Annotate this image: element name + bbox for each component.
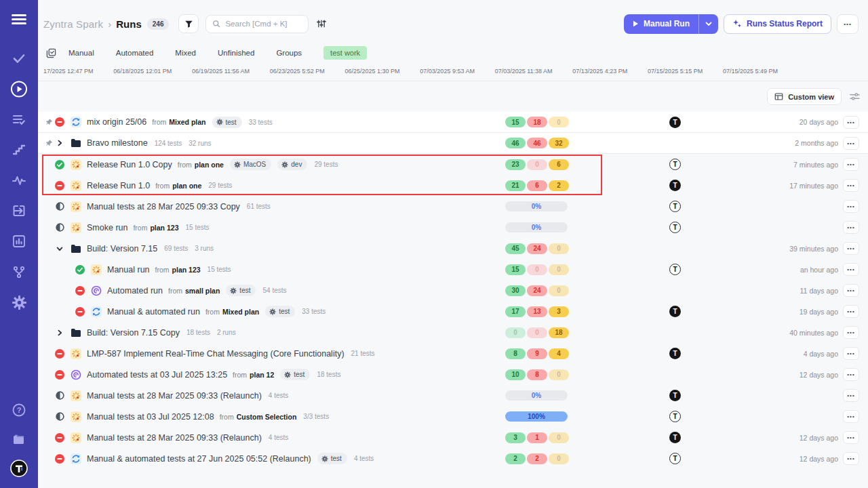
row-more-button[interactable]: ••• xyxy=(843,116,859,129)
row-more-button[interactable]: ••• xyxy=(843,137,859,150)
runs-play-icon-active[interactable] xyxy=(10,80,28,98)
pin-icon[interactable] xyxy=(43,119,54,126)
settings-gear-icon[interactable] xyxy=(10,293,28,311)
run-name[interactable]: Manual tests at 28 Mar 2025 09:33 (Relau… xyxy=(87,433,262,443)
run-row-left: Automated runfromsmall plantest54 tests xyxy=(43,285,287,296)
run-name[interactable]: Automated run xyxy=(107,286,163,296)
row-more-button[interactable]: ••• xyxy=(843,179,859,192)
row-more-button[interactable]: ••• xyxy=(843,326,859,339)
plan-name[interactable]: Mixed plan xyxy=(169,118,205,126)
run-row[interactable]: Automated runfromsmall plantest54 tests3… xyxy=(38,280,868,301)
filter-button[interactable] xyxy=(178,14,199,33)
branches-icon[interactable] xyxy=(10,263,28,281)
run-name[interactable]: Build: Version 7.15 Copy xyxy=(87,328,180,338)
steps-icon[interactable] xyxy=(10,141,28,159)
tab-manual[interactable]: Manual xyxy=(68,49,94,57)
tab-mixed[interactable]: Mixed xyxy=(175,49,196,57)
runs-status-report-button[interactable]: Runs Status Report xyxy=(724,14,831,34)
workspace-logo[interactable] xyxy=(10,460,28,477)
chevron-right-icon[interactable] xyxy=(54,329,65,336)
plan-name[interactable]: plan 123 xyxy=(172,266,201,274)
row-more-button[interactable]: ••• xyxy=(843,158,859,171)
tab-automated[interactable]: Automated xyxy=(116,49,154,57)
run-name[interactable]: Manual tests at 03 Jul 2025 12:08 xyxy=(87,412,214,422)
plan-name[interactable]: Mixed plan xyxy=(222,308,259,316)
plan-name[interactable]: Custom Selection xyxy=(237,413,297,421)
header-more-button[interactable]: ••• xyxy=(837,14,859,34)
row-more-button[interactable]: ••• xyxy=(843,242,859,255)
active-filter-tag[interactable]: test work xyxy=(323,46,367,60)
tab-unfinished[interactable]: Unfinished xyxy=(218,49,254,57)
tests-count: 33 tests xyxy=(302,308,326,315)
run-row[interactable]: Manual runfromplan 12315 tests1500Tan ho… xyxy=(38,259,868,280)
search-input[interactable] xyxy=(225,20,300,28)
run-name[interactable]: Manual tests at 28 Mar 2025 09:33 Copy xyxy=(87,202,240,211)
row-more-button[interactable]: ••• xyxy=(843,347,859,360)
run-row[interactable]: Manual & automated tests at 27 Jun 2025 … xyxy=(38,448,868,469)
run-name[interactable]: Smoke run xyxy=(87,223,127,232)
run-name[interactable]: Manual & automated tests at 27 Jun 2025 … xyxy=(87,454,311,464)
from-label: from xyxy=(205,308,220,316)
run-name[interactable]: Bravo milestone xyxy=(87,138,148,148)
activity-pulse-icon[interactable] xyxy=(10,171,28,189)
row-more-button[interactable]: ••• xyxy=(843,452,859,465)
run-name[interactable]: Manual tests at 28 Mar 2025 09:33 (Relau… xyxy=(87,391,262,401)
run-row[interactable]: Release Run 1.0 Copyfromplan oneMacOSdev… xyxy=(38,154,868,175)
plan-name[interactable]: plan 12 xyxy=(250,371,274,379)
plan-name[interactable]: plan 123 xyxy=(150,224,178,232)
row-more-button[interactable]: ••• xyxy=(843,305,859,318)
run-row[interactable]: Bravo milestone124 tests32 runs4646322 m… xyxy=(38,133,868,154)
run-row[interactable]: Manual tests at 28 Mar 2025 09:33 Copy61… xyxy=(38,196,868,217)
row-more-button[interactable]: ••• xyxy=(843,284,859,297)
run-name[interactable]: Build: Version 7.15 xyxy=(87,244,157,253)
plan-name[interactable]: plan one xyxy=(195,161,224,169)
custom-view-button[interactable]: Custom view xyxy=(767,88,842,105)
row-more-button[interactable]: ••• xyxy=(843,431,859,444)
run-name[interactable]: Automated tests at 03 Jul 2025 13:25 xyxy=(87,370,227,380)
run-row[interactable]: Build: Version 7.1569 tests3 runs4524039… xyxy=(38,238,868,259)
run-row[interactable]: Manual tests at 03 Jul 2025 12:08fromCus… xyxy=(38,406,868,427)
row-more-button[interactable]: ••• xyxy=(843,263,859,276)
run-row-left: Smoke runfromplan 12315 tests xyxy=(43,222,210,233)
plan-name[interactable]: small plan xyxy=(185,287,220,295)
analytics-chart-icon[interactable] xyxy=(10,232,28,250)
run-name[interactable]: Release Run 1.0 Copy xyxy=(87,160,172,169)
tab-groups[interactable]: Groups xyxy=(276,49,302,57)
hamburger-menu-icon[interactable] xyxy=(12,12,26,26)
run-name[interactable]: mix origin 25/06 xyxy=(87,117,146,127)
run-row[interactable]: mix origin 25/06fromMixed plantest33 tes… xyxy=(38,112,868,133)
run-name[interactable]: Manual run xyxy=(107,265,150,274)
run-row[interactable]: Manual & automated runfromMixed plantest… xyxy=(38,301,868,322)
run-row[interactable]: Manual tests at 28 Mar 2025 09:33 (Relau… xyxy=(38,427,868,448)
tasks-check-icon[interactable] xyxy=(10,49,28,67)
run-name[interactable]: Release Run 1.0 xyxy=(87,181,150,190)
run-row[interactable]: Build: Version 7.15 Copy18 tests2 runs00… xyxy=(38,322,868,343)
run-name[interactable]: LMP-587 Implement Real-Time Chat Messagi… xyxy=(87,349,344,359)
run-row[interactable]: Smoke runfromplan 12315 tests0%T••• xyxy=(38,217,868,238)
chevron-down-icon[interactable] xyxy=(54,245,65,252)
manual-run-dropdown-button[interactable] xyxy=(699,14,718,34)
run-name[interactable]: Manual & automated run xyxy=(107,307,200,317)
projects-folders-icon[interactable] xyxy=(10,430,28,448)
row-more-button[interactable]: ••• xyxy=(843,200,859,213)
manual-run-button[interactable]: Manual Run xyxy=(624,19,698,28)
select-all-icon[interactable] xyxy=(46,48,56,58)
row-more-button[interactable]: ••• xyxy=(843,410,859,423)
import-run-icon[interactable] xyxy=(10,202,28,220)
view-settings-sliders-icon[interactable] xyxy=(850,92,860,101)
breadcrumb-brand[interactable]: Zyntra Spark xyxy=(43,18,103,30)
search-settings-sliders-icon[interactable] xyxy=(317,19,326,28)
plan-name[interactable]: plan one xyxy=(172,182,201,190)
row-more-button[interactable]: ••• xyxy=(843,221,859,234)
run-row[interactable]: Automated tests at 03 Jul 2025 13:25from… xyxy=(38,364,868,385)
chevron-right-icon[interactable] xyxy=(54,140,65,146)
checklist-icon[interactable] xyxy=(10,110,28,128)
run-row[interactable]: Release Run 1.0fromplan one29 tests2162T… xyxy=(38,175,868,196)
row-more-button[interactable]: ••• xyxy=(843,389,859,402)
run-row[interactable]: Manual tests at 28 Mar 2025 09:33 (Relau… xyxy=(38,385,868,406)
run-stats: 464632 xyxy=(505,138,569,148)
run-row[interactable]: LMP-587 Implement Real-Time Chat Messagi… xyxy=(38,343,868,364)
row-more-button[interactable]: ••• xyxy=(843,368,859,381)
help-icon[interactable]: ? xyxy=(10,401,28,419)
pin-icon[interactable] xyxy=(43,140,54,147)
